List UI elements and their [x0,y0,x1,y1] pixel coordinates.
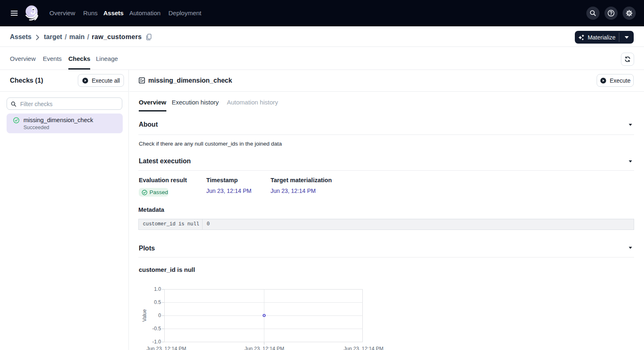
svg-text:Value: Value [142,309,147,322]
svg-text:-0.5: -0.5 [152,326,161,331]
svg-text:0.5: 0.5 [154,299,161,305]
svg-text:-1.0: -1.0 [152,339,161,345]
svg-text:Jun 23, 12:14 PM: Jun 23, 12:14 PM [245,346,284,350]
svg-text:0: 0 [158,313,161,318]
svg-text:Jun 23, 12:14 PM: Jun 23, 12:14 PM [147,346,186,350]
svg-text:Jun 23, 12:14 PM: Jun 23, 12:14 PM [344,346,383,350]
svg-text:1.0: 1.0 [154,286,161,292]
